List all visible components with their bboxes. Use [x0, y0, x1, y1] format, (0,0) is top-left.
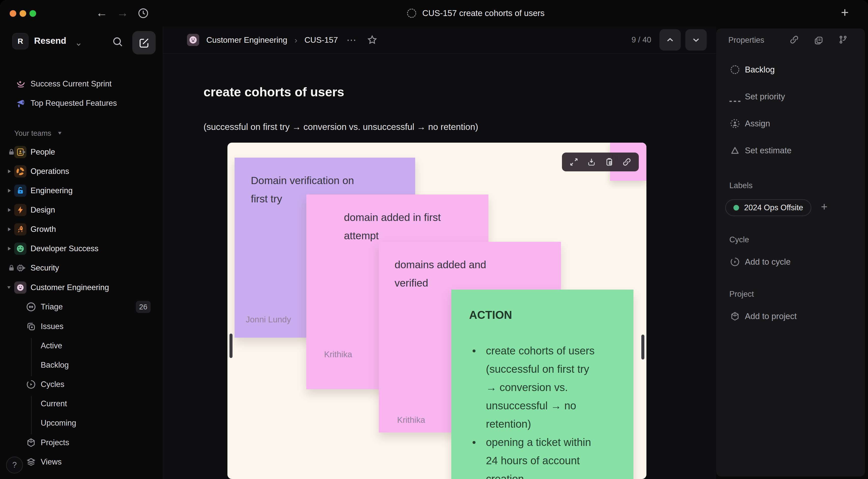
section-label: Your teams — [14, 129, 52, 137]
search-icon[interactable] — [112, 36, 124, 48]
recent-issues-icon[interactable] — [137, 7, 149, 19]
copy-link-icon[interactable] — [622, 157, 632, 167]
expand-icon[interactable] — [8, 169, 11, 173]
workspace-logo: R — [12, 33, 29, 49]
label-color-dot — [734, 205, 739, 211]
sidebar-team-operations[interactable]: Operations — [0, 163, 163, 180]
smiley-icon — [14, 282, 27, 294]
tree-label: Upcoming — [41, 418, 76, 428]
sidebar-item-backlog[interactable]: Backlog — [0, 357, 163, 373]
favorite-star-icon[interactable] — [367, 34, 378, 45]
cycle-header: Cycle — [730, 235, 749, 244]
unlock-icon — [14, 185, 27, 197]
add-to-cycle-row[interactable]: Add to cycle — [716, 253, 865, 271]
copy-to-clipboard-icon[interactable] — [604, 157, 614, 167]
sidebar-item-active[interactable]: Active — [0, 338, 163, 354]
priority-row[interactable]: Set priority — [716, 88, 865, 106]
image-resize-handle-right[interactable] — [641, 334, 644, 359]
expand-icon[interactable] — [23, 266, 25, 270]
assignee-row[interactable]: Assign — [716, 115, 865, 133]
assignee-value: Assign — [745, 118, 770, 129]
breadcrumb: Customer Engineering › CUS-157 ⋯ — [187, 26, 378, 54]
note-text: domain added in first attempt — [344, 208, 481, 245]
sidebar-item-upcoming[interactable]: Upcoming — [0, 415, 163, 431]
previous-issue-button[interactable] — [659, 29, 681, 51]
expand-icon[interactable] — [8, 208, 11, 212]
back-button[interactable]: ← — [94, 0, 110, 26]
close-window-button[interactable] — [10, 10, 16, 17]
sidebar-item-issues[interactable]: Issues — [0, 318, 163, 334]
image-resize-handle-left[interactable] — [229, 333, 232, 358]
sidebar-item-current[interactable]: Current — [0, 395, 163, 412]
more-actions-icon[interactable]: ⋯ — [346, 34, 357, 45]
sidebar-team-design[interactable]: Design — [0, 202, 163, 218]
team-label: Design — [31, 205, 55, 215]
backlog-status-icon — [730, 64, 741, 75]
sidebar-item-projects[interactable]: Projects — [0, 435, 163, 451]
add-to-project-label: Add to project — [745, 311, 797, 322]
new-tab-button[interactable]: + — [833, 0, 856, 26]
git-branch-icon[interactable] — [838, 35, 848, 45]
star-struck-face-icon — [14, 243, 27, 255]
breadcrumb-team[interactable]: Customer Engineering — [206, 35, 287, 45]
issue-subtitle[interactable]: (successful on first try → conversion vs… — [204, 122, 478, 132]
team-label: Engineering — [31, 186, 72, 195]
rocket-icon — [14, 223, 27, 235]
megaphone-icon — [15, 97, 27, 109]
forward-button[interactable]: → — [115, 0, 130, 26]
issue-pager: 9 / 40 — [631, 26, 707, 54]
copy-link-icon[interactable] — [789, 35, 799, 45]
expand-image-icon[interactable] — [569, 157, 579, 167]
sidebar-item-triage[interactable]: Triage 26 — [0, 299, 163, 315]
status-row[interactable]: Backlog — [716, 61, 865, 79]
whiteboard-image[interactable]: Domain verification on first try Jonni L… — [227, 142, 646, 479]
maximize-window-button[interactable] — [30, 10, 36, 17]
estimate-row[interactable]: Set estimate — [716, 141, 865, 160]
sidebar-item-success-current-sprint[interactable]: Success Current Sprint — [0, 76, 163, 92]
sidebar-item-cycles[interactable]: Cycles — [0, 376, 163, 392]
label-pill[interactable]: 2024 Ops Offsite — [725, 199, 811, 216]
team-label: Customer Engineering — [31, 283, 109, 292]
tree-label: Projects — [41, 438, 69, 447]
sidebar-team-engineering[interactable]: Engineering — [0, 183, 163, 199]
team-label: Growth — [31, 225, 56, 234]
chevron-down-icon — [58, 132, 62, 135]
collapse-icon[interactable] — [7, 286, 11, 289]
your-teams-header[interactable]: Your teams — [0, 125, 163, 141]
gear-icon — [14, 165, 27, 178]
triage-icon — [25, 301, 37, 313]
sidebar-team-customer-engineering[interactable]: Customer Engineering — [0, 280, 163, 296]
expand-icon[interactable] — [8, 247, 11, 250]
priority-value: Set priority — [745, 91, 785, 102]
help-button[interactable]: ? — [6, 457, 23, 473]
add-to-cycle-label: Add to cycle — [745, 256, 790, 267]
sidebar-item-views[interactable]: Views — [0, 454, 163, 470]
sidebar-item-top-requested-features[interactable]: Top Requested Features — [0, 95, 163, 111]
tree-label: Views — [41, 457, 62, 467]
assignee-icon — [730, 118, 741, 129]
expand-icon[interactable] — [8, 189, 11, 192]
tree-label: Active — [41, 341, 62, 350]
cycles-icon — [25, 379, 37, 390]
cube-icon — [730, 311, 741, 322]
workspace-switcher[interactable]: R Resend — [0, 31, 163, 57]
window-title-text: CUS-157 create cohorts of users — [422, 8, 545, 18]
expand-icon[interactable] — [23, 150, 25, 154]
sidebar-team-people[interactable]: People — [0, 144, 163, 160]
tree-label: Cycles — [41, 380, 64, 389]
next-issue-button[interactable] — [685, 29, 707, 51]
expand-icon[interactable] — [8, 228, 11, 231]
add-label-button[interactable]: + — [821, 200, 828, 213]
new-issue-button[interactable] — [132, 31, 156, 55]
breadcrumb-issue-id[interactable]: CUS-157 — [305, 35, 338, 45]
sidebar-team-growth[interactable]: Growth — [0, 221, 163, 237]
add-to-project-row[interactable]: Add to project — [716, 307, 865, 325]
tree-label: Triage — [41, 302, 63, 312]
download-icon[interactable] — [587, 157, 596, 167]
issue-title[interactable]: create cohorts of users — [204, 85, 344, 99]
duplicate-icon[interactable] — [813, 35, 824, 45]
note-author: Krithika — [324, 350, 352, 359]
sidebar-team-security[interactable]: Security — [0, 260, 163, 276]
sidebar-team-developer-success[interactable]: Developer Success — [0, 241, 163, 257]
minimize-window-button[interactable] — [20, 10, 26, 17]
